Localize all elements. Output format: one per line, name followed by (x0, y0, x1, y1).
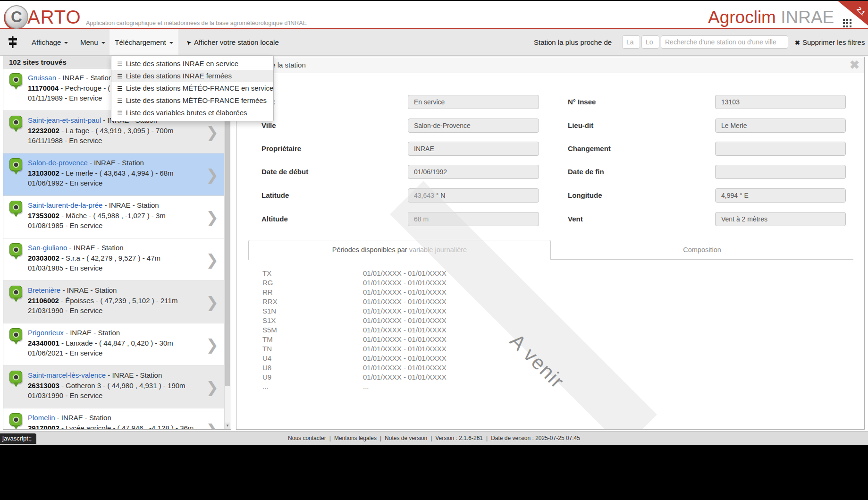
chevron-right-icon[interactable]: ❯ (206, 238, 219, 281)
station-code: 17353002 (28, 212, 59, 220)
download-menu-item[interactable]: ☰Liste des stations INRAE fermées (111, 70, 273, 82)
tab-composition[interactable]: Composition (551, 240, 853, 260)
download-menu-item[interactable]: ☰Liste des stations MÉTÉO-FRANCE fermées (111, 94, 273, 107)
field-input-right[interactable] (715, 142, 846, 156)
chevron-right-icon[interactable]: ❯ (206, 153, 219, 196)
field-input-left[interactable] (408, 95, 539, 109)
station-status-line: 16/11/1988 - En service (28, 136, 202, 146)
browser-status-tooltip: javascript:; (0, 433, 36, 444)
field-input-left[interactable] (408, 188, 539, 203)
variable-period: 01/01/XXXX - 01/01/XXXX (363, 316, 447, 324)
sidebar-scrollbar[interactable]: ▾ (224, 68, 231, 429)
caret-down-icon (101, 42, 105, 44)
station-name-link[interactable]: Salon-de-provence (28, 159, 88, 167)
chevron-right-icon[interactable]: ❯ (206, 196, 219, 238)
variable-row: RR01/01/XXXX - 01/01/XXXX (236, 288, 708, 297)
list-icon: ☰ (117, 110, 123, 117)
chevron-right-icon[interactable]: ❯ (206, 323, 219, 366)
brand-agroclim: Agroclim (708, 8, 776, 27)
station-details-line: 12232002 - La fage - ( 43,919 , 3,095 ) … (28, 126, 202, 136)
station-name-link[interactable]: Saint-laurent-de-la-prée (28, 201, 102, 209)
download-menu-item[interactable]: ☰Liste des variables brutes et élaborées (111, 107, 273, 119)
clear-filters-label: Supprimer les filtres (802, 38, 865, 46)
station-name-link[interactable]: Plomelin (28, 414, 55, 422)
show-local-station-label: Afficher votre station locale (194, 38, 279, 46)
download-menu-item-label: Liste des stations INRAE en service (126, 59, 238, 68)
station-type-suffix: - INRAE - Station (64, 329, 120, 337)
nav-telechargement[interactable]: Téléchargement (110, 29, 178, 55)
field-input-left[interactable] (408, 165, 539, 179)
variable-row: S1N01/01/XXXX - 01/01/XXXX (236, 306, 708, 316)
station-name-link[interactable]: Saint-marcel-lès-valence (28, 371, 106, 379)
download-menu-item[interactable]: ☰Liste des stations MÉTÉO-FRANCE en serv… (111, 82, 273, 94)
station-details-line: 17353002 - Mâche - ( 45,988 , -1,027 ) -… (28, 211, 202, 221)
show-local-station-button[interactable]: ➤Afficher votre station locale (181, 29, 284, 55)
field-input-right[interactable] (715, 119, 846, 133)
map-pin-icon (9, 371, 22, 383)
station-code: 13103002 (28, 169, 59, 177)
close-icon[interactable]: ✖ (850, 57, 860, 73)
station-code: 20303002 (28, 254, 59, 262)
map-pin-icon (9, 73, 22, 86)
chevron-right-icon[interactable]: ❯ (206, 366, 219, 408)
clear-filters-button[interactable]: ✖Supprimer les filtres (795, 29, 865, 55)
variable-row: S1X01/01/XXXX - 01/01/XXXX (236, 316, 708, 325)
footer-info: Version : 2.1.6-261 (435, 435, 483, 441)
download-menu-item[interactable]: ☰Liste des stations INRAE en service (111, 58, 273, 70)
station-list-item[interactable]: San-giuliano - INRAE - Station20303002 -… (3, 238, 231, 281)
station-list-item[interactable]: Plomelin - INRAE - Station29170002 - Lyc… (3, 408, 231, 430)
station-details: - Gotheron 3 - ( 44,980 , 4,931 ) - 190m (59, 381, 185, 390)
field-input-right[interactable] (715, 95, 846, 109)
field-input-left[interactable] (408, 212, 539, 226)
nav-menu[interactable]: Menu (75, 29, 111, 55)
field-input-right[interactable] (715, 165, 846, 179)
latitude-input[interactable] (622, 35, 640, 49)
field-input-right[interactable] (715, 212, 846, 226)
field-input-left[interactable] (408, 142, 539, 156)
download-menu-item-label: Liste des stations MÉTÉO-FRANCE fermées (126, 96, 267, 104)
station-list-item[interactable]: Salon-de-provence - INRAE - Station13103… (3, 153, 231, 196)
station-title-line: Plomelin - INRAE - Station (28, 413, 202, 423)
chevron-right-icon[interactable]: ❯ (206, 408, 219, 430)
variable-row: U401/01/XXXX - 01/01/XXXX (236, 354, 708, 363)
carto-logo-text[interactable]: ARTO (27, 7, 81, 28)
variable-code: TN (262, 344, 363, 354)
nav-affichage-label: Affichage (32, 38, 61, 46)
variable-row: RRX01/01/XXXX - 01/01/XXXX (236, 297, 708, 306)
footer-separator: | (486, 435, 488, 441)
station-name-link[interactable]: Bretenière (28, 286, 60, 294)
station-list-item[interactable]: Saint-laurent-de-la-prée - INRAE - Stati… (3, 196, 231, 238)
station-details-line: 21106002 - Époisses - ( 47,239 , 5,102 )… (28, 296, 202, 306)
field-label-left: Propriétaire (261, 142, 403, 156)
station-title-line: Saint-laurent-de-la-prée - INRAE - Stati… (28, 200, 202, 211)
carto-logo-badge[interactable]: C (5, 5, 28, 29)
scrollbar-down-arrow[interactable]: ▾ (225, 423, 230, 429)
tab-periodes-disponibles[interactable]: Périodes disponibles par variable journa… (248, 240, 551, 260)
station-list-item[interactable]: Bretenière - INRAE - Station21106002 - É… (3, 281, 231, 323)
station-name-link[interactable]: San-giuliano (28, 244, 67, 252)
station-list-item[interactable]: Saint-marcel-lès-valence - INRAE - Stati… (3, 366, 231, 408)
variable-code: U9 (262, 373, 363, 382)
station-list-item[interactable]: Prigonrieux - INRAE - Station24340001 - … (3, 323, 231, 366)
field-label-right: Vent (568, 212, 709, 226)
footer-link[interactable]: Notes de version (385, 435, 427, 441)
station-type-suffix: - INRAE - Station (106, 371, 162, 379)
footer-link[interactable]: Mentions légales (334, 435, 377, 441)
station-code: 21106002 (28, 297, 59, 305)
footer-link[interactable]: Nous contacter (288, 435, 326, 441)
field-input-left[interactable] (408, 119, 539, 133)
station-name-link[interactable]: Prigonrieux (28, 329, 64, 337)
variable-row: TM01/01/XXXX - 01/01/XXXX (236, 335, 708, 344)
station-name-link[interactable]: Gruissan (28, 74, 56, 82)
station-name-link[interactable]: Saint-jean-et-saint-paul (28, 116, 101, 124)
station-details: - Mâche - ( 45,988 , -1,027 ) - 3m (59, 212, 166, 220)
signpost-icon[interactable] (8, 36, 18, 50)
station-search-input[interactable] (661, 35, 788, 49)
field-input-right[interactable] (715, 188, 846, 203)
station-details: - Le merle - ( 43,643 , 4,994 ) - 68m (59, 169, 174, 177)
chevron-right-icon[interactable]: ❯ (206, 281, 219, 323)
field-label-right: Date de fin (568, 165, 709, 179)
longitude-input[interactable] (641, 35, 659, 49)
station-status-line: 01/06/2021 - En service (28, 348, 202, 358)
nav-affichage[interactable]: Affichage (26, 29, 74, 55)
